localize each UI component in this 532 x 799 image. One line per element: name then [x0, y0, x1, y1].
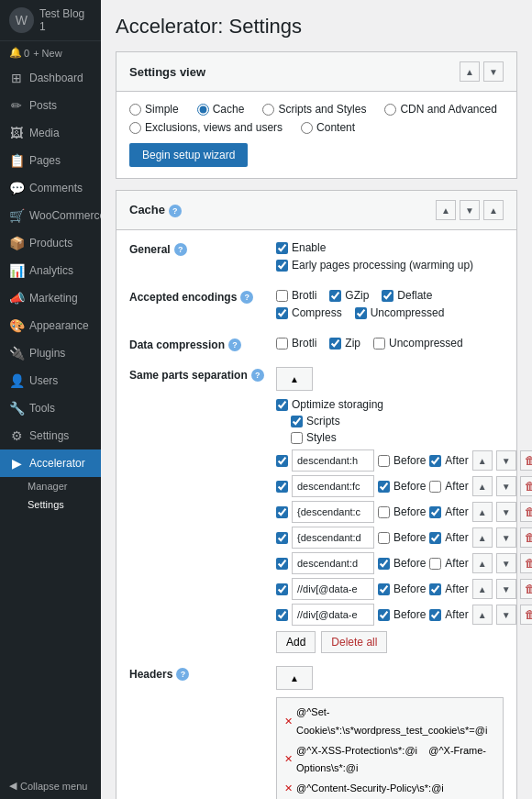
row-6-after[interactable]: After — [429, 583, 468, 595]
row-6-before[interactable]: Before — [378, 583, 426, 595]
row-7-before-cb[interactable] — [378, 609, 390, 621]
sidebar-item-tools[interactable]: 🔧 Tools — [0, 394, 101, 422]
sidebar-item-comments[interactable]: 💬 Comments — [0, 174, 101, 202]
row-1-down-btn[interactable]: ▼ — [496, 450, 516, 471]
sidebar-item-settings[interactable]: ⚙ Settings — [0, 422, 101, 449]
row-3-input[interactable] — [292, 501, 374, 523]
styles-checkbox[interactable] — [291, 432, 303, 444]
row-3-down-btn[interactable]: ▼ — [496, 502, 516, 522]
row-3-before-cb[interactable] — [378, 506, 390, 518]
brotli-checkbox[interactable] — [276, 290, 288, 302]
radio-simple-input[interactable] — [129, 104, 141, 116]
early-pages-checkbox[interactable] — [276, 260, 288, 272]
header-2-remove-icon[interactable]: ✕ — [284, 750, 293, 769]
gzip-label[interactable]: GZip — [329, 289, 369, 302]
sidebar-item-media[interactable]: 🖼 Media — [0, 119, 101, 147]
row-2-after[interactable]: After — [429, 480, 468, 493]
subnav-manager[interactable]: Manager — [18, 477, 101, 495]
uncompressed-checkbox[interactable] — [355, 307, 367, 319]
radio-content[interactable]: Content — [301, 121, 355, 134]
row-6-after-cb[interactable] — [429, 583, 441, 595]
radio-scripts-input[interactable] — [262, 104, 274, 116]
data-compression-info[interactable]: ? — [228, 338, 241, 351]
row-1-checkbox[interactable] — [276, 455, 288, 467]
comp-uncompressed-label[interactable]: Uncompressed — [373, 337, 463, 350]
deflate-checkbox[interactable] — [382, 290, 393, 302]
radio-simple[interactable]: Simple — [129, 103, 179, 116]
delete-all-btn[interactable]: Delete all — [321, 631, 387, 653]
sidebar-item-accelerator[interactable]: ▶ Accelerator — [0, 449, 101, 477]
cache-up-btn[interactable]: ▲ — [436, 200, 456, 220]
row-7-down-btn[interactable]: ▼ — [496, 605, 516, 625]
header-1-remove-icon[interactable]: ✕ — [284, 713, 293, 731]
row-6-delete-btn[interactable]: 🗑 — [520, 579, 532, 599]
row-2-after-cb[interactable] — [429, 481, 441, 493]
sidebar-item-posts[interactable]: ✏ Posts — [0, 92, 101, 119]
comp-zip-label[interactable]: Zip — [329, 337, 360, 350]
panel-collapse-up-btn[interactable]: ▲ — [460, 61, 480, 82]
row-7-checkbox[interactable] — [276, 609, 288, 621]
accepted-encodings-info[interactable]: ? — [240, 291, 253, 304]
row-7-input[interactable] — [292, 604, 374, 626]
enable-checkbox[interactable] — [276, 242, 288, 254]
row-2-checkbox[interactable] — [276, 481, 288, 493]
row-2-up-btn[interactable]: ▲ — [472, 476, 493, 496]
styles-label[interactable]: Styles — [291, 431, 337, 444]
radio-exclusions[interactable]: Exclusions, views and users — [129, 121, 283, 134]
row-4-input[interactable] — [292, 527, 374, 549]
row-2-down-btn[interactable]: ▼ — [496, 476, 516, 496]
row-6-up-btn[interactable]: ▲ — [472, 579, 493, 599]
scripts-label[interactable]: Scripts — [291, 415, 340, 427]
row-6-checkbox[interactable] — [276, 583, 288, 595]
row-2-delete-btn[interactable]: 🗑 — [520, 476, 532, 496]
collapse-menu-btn[interactable]: ◀ Collapse menu — [0, 772, 101, 799]
row-5-delete-btn[interactable]: 🗑 — [520, 553, 532, 573]
radio-scripts-styles[interactable]: Scripts and Styles — [262, 103, 366, 116]
compress-checkbox[interactable] — [276, 307, 288, 319]
comp-brotli-label[interactable]: Brotli — [276, 337, 316, 350]
optimize-storaging-checkbox[interactable] — [276, 399, 288, 411]
row-4-after-cb[interactable] — [429, 532, 441, 544]
radio-cdn-input[interactable] — [384, 104, 396, 116]
radio-exclusions-input[interactable] — [129, 122, 141, 134]
row-7-up-btn[interactable]: ▲ — [472, 605, 493, 625]
subnav-settings[interactable]: Settings — [18, 495, 101, 514]
brotli-label[interactable]: Brotli — [276, 289, 316, 302]
row-1-before[interactable]: Before — [378, 454, 426, 467]
radio-cdn-advanced[interactable]: CDN and Advanced — [384, 103, 496, 116]
enable-checkbox-label[interactable]: Enable — [276, 241, 326, 254]
notif-item[interactable]: 🔔 0 — [9, 47, 29, 59]
radio-cache-input[interactable] — [197, 104, 209, 116]
row-5-before-cb[interactable] — [378, 558, 390, 570]
sidebar-item-plugins[interactable]: 🔌 Plugins — [0, 339, 101, 367]
sidebar-item-users[interactable]: 👤 Users — [0, 367, 101, 394]
row-3-checkbox[interactable] — [276, 506, 288, 518]
row-3-after[interactable]: After — [429, 505, 468, 518]
cache-info-icon[interactable]: ? — [169, 205, 182, 217]
comp-uncompressed-checkbox[interactable] — [373, 338, 385, 350]
row-6-before-cb[interactable] — [378, 583, 390, 595]
comp-zip-checkbox[interactable] — [329, 338, 341, 350]
row-3-before[interactable]: Before — [378, 505, 426, 518]
row-3-after-cb[interactable] — [429, 506, 441, 518]
row-1-up-btn[interactable]: ▲ — [472, 450, 493, 471]
row-4-before-cb[interactable] — [378, 532, 390, 544]
row-5-after[interactable]: After — [429, 557, 468, 570]
row-7-delete-btn[interactable]: 🗑 — [520, 605, 532, 625]
headers-info-icon[interactable]: ? — [176, 668, 189, 681]
header-3-remove-icon[interactable]: ✕ — [284, 780, 293, 798]
row-2-input[interactable] — [292, 475, 374, 497]
row-1-input[interactable] — [292, 449, 374, 472]
sidebar-item-pages[interactable]: 📋 Pages — [0, 147, 101, 174]
same-parts-up-btn[interactable]: ▲ — [276, 367, 313, 391]
row-7-after[interactable]: After — [429, 608, 468, 621]
row-1-before-cb[interactable] — [378, 455, 390, 467]
row-5-input[interactable] — [292, 552, 374, 574]
add-row-btn[interactable]: Add — [276, 631, 316, 653]
row-7-after-cb[interactable] — [429, 609, 441, 621]
headers-up-btn[interactable]: ▲ — [276, 666, 313, 690]
gzip-checkbox[interactable] — [329, 290, 341, 302]
radio-content-input[interactable] — [301, 122, 313, 134]
row-7-before[interactable]: Before — [378, 608, 426, 621]
row-5-up-btn[interactable]: ▲ — [472, 553, 493, 573]
